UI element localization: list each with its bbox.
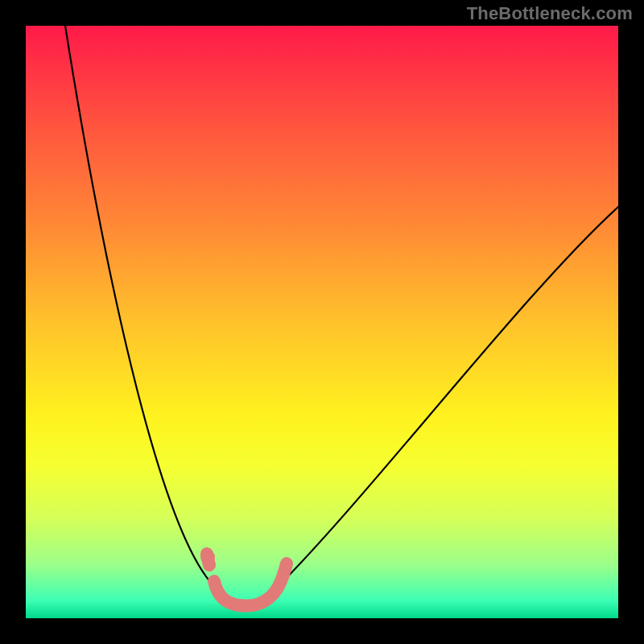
highlight-dot	[200, 550, 215, 564]
plot-area	[26, 26, 618, 618]
highlight-band	[207, 554, 287, 605]
chart-frame: TheBottleneck.com	[0, 0, 644, 644]
curve-layer	[26, 26, 618, 618]
watermark-text: TheBottleneck.com	[467, 3, 633, 24]
bottleneck-curve	[65, 26, 618, 601]
